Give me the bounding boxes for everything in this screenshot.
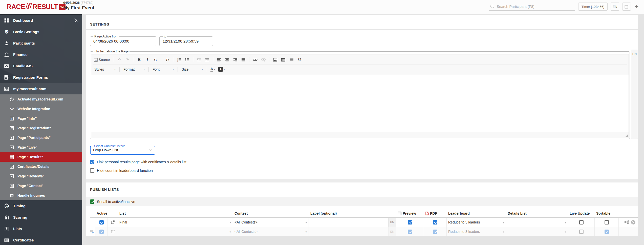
details-list-cell[interactable]: ▾: [506, 227, 568, 236]
add-event-button[interactable]: +: [634, 4, 639, 10]
sidebar-item-registration-forms[interactable]: Registration Forms: [0, 72, 82, 83]
set-all-checkbox[interactable]: [90, 199, 94, 204]
italic-button[interactable]: I: [144, 56, 151, 63]
bullet-list-icon[interactable]: [184, 56, 191, 63]
sidebar-item-page-info[interactable]: i Page "Info": [0, 114, 82, 123]
outdent-icon[interactable]: [196, 56, 203, 63]
live-update-checkbox[interactable]: [579, 220, 584, 224]
list-cell[interactable]: ▾: [118, 227, 233, 236]
page-active-to-field[interactable]: to 12/31/2100 23:59:59: [159, 35, 213, 46]
align-center-icon[interactable]: [224, 56, 231, 63]
unlink-icon[interactable]: [260, 56, 267, 63]
insert-image-icon[interactable]: [272, 56, 279, 63]
live-update-checkbox[interactable]: [579, 230, 584, 234]
format-dropdown[interactable]: Format ▾: [122, 66, 146, 73]
sidebar-item-certificates[interactable]: Certificates: [0, 234, 82, 245]
chevron-down-icon: ▾: [202, 68, 203, 71]
indent-icon[interactable]: [204, 56, 211, 63]
contest-cell[interactable]: <All Contests> ▾: [233, 227, 309, 236]
preview-checkbox[interactable]: [408, 230, 412, 234]
align-justify-icon[interactable]: [240, 56, 247, 63]
sortable-checkbox[interactable]: [605, 220, 609, 224]
insert-table-icon[interactable]: [280, 56, 287, 63]
source-button[interactable]: <> Source: [93, 56, 111, 63]
bold-button[interactable]: B: [136, 56, 143, 63]
page-active-to-value[interactable]: 12/31/2100 23:59:59: [163, 38, 210, 44]
special-char-icon[interactable]: Ω: [296, 56, 303, 63]
size-dropdown[interactable]: Size ▾: [180, 66, 204, 73]
redo-icon[interactable]: ↷: [124, 56, 131, 63]
participant-search[interactable]: [489, 3, 575, 11]
timer-button[interactable]: Timer [123456]: [578, 3, 608, 11]
list-cell[interactable]: Final ▾: [118, 218, 233, 227]
label-cell[interactable]: EN: [309, 218, 396, 227]
undo-icon[interactable]: ↶: [116, 56, 123, 63]
horizontal-rule-icon[interactable]: [288, 56, 295, 63]
sidebar-item-page-participants[interactable]: Page "Participants": [0, 133, 82, 142]
event-title: My First Event: [63, 5, 94, 11]
external-link-icon[interactable]: [111, 230, 115, 234]
contest-cell[interactable]: <All Contests> ▾: [233, 218, 309, 227]
link-icon[interactable]: [252, 56, 259, 63]
align-right-icon[interactable]: [232, 56, 239, 63]
external-link-icon[interactable]: [111, 220, 115, 224]
leaderboard-cell[interactable]: Reduce to 3 leaders ▾: [447, 227, 506, 236]
page-active-from-field[interactable]: Page Active from 04/08/2026 00:00:00: [90, 35, 156, 46]
editor-toolbar: <> Source ↶ ↷ B I S Tx: [91, 54, 629, 75]
select-contest-via-dropdown[interactable]: Select Contest/List via Drop Down List: [90, 144, 155, 155]
chevron-down-icon: ▾: [229, 220, 231, 224]
sidebar-item-activate-myraceresult[interactable]: Activate my.raceresult.com: [0, 94, 82, 104]
leaderboard-cell[interactable]: Reduce to 5 leaders ▾: [447, 218, 506, 227]
label-cell[interactable]: EN: [309, 227, 396, 236]
background-color-button[interactable]: A ▾: [217, 66, 226, 73]
pdf-checkbox[interactable]: [433, 220, 437, 224]
unpin-sidebar-icon[interactable]: [74, 18, 78, 23]
active-checkbox[interactable]: [99, 230, 104, 234]
align-left-icon[interactable]: [216, 56, 223, 63]
strikethrough-button[interactable]: S: [152, 56, 159, 63]
page-active-from-value[interactable]: 04/08/2026 00:00:00: [93, 38, 153, 44]
window-mode-button[interactable]: [622, 3, 631, 11]
sortable-checkbox[interactable]: [605, 230, 609, 234]
structure-icon[interactable]: [624, 220, 629, 224]
search-input[interactable]: [496, 4, 574, 9]
sidebar-item-scoring[interactable]: Scoring: [0, 212, 82, 223]
sidebar-item-page-reviews[interactable]: ★ Page "Reviews": [0, 171, 82, 181]
sidebar-item-lists[interactable]: Lists: [0, 223, 82, 234]
sidebar-item-handle-inquiries[interactable]: Handle Inquiries: [0, 191, 82, 200]
resize-grip[interactable]: [625, 134, 628, 137]
sidebar-item-certificates-details[interactable]: Certificates/Details: [0, 162, 82, 171]
sidebar-item-finance[interactable]: Finance: [0, 49, 82, 60]
sidebar-item-participants[interactable]: Participants: [0, 37, 82, 49]
sidebar-item-dashboard[interactable]: Dashboard: [0, 15, 82, 26]
sidebar-item-page-contact[interactable]: @ Page "Contact": [0, 181, 82, 191]
details-list-cell[interactable]: ▾: [506, 218, 568, 227]
language-button[interactable]: EN: [611, 3, 619, 11]
text-color-button[interactable]: A ▾: [209, 66, 216, 73]
sidebar-item-my-raceresult[interactable]: my.raceresult.com: [0, 83, 82, 94]
raceresult-logo[interactable]: RACE RESULT 14: [7, 3, 66, 11]
editor-content-area[interactable]: [91, 75, 629, 132]
delete-row-icon[interactable]: [631, 220, 636, 225]
active-checkbox[interactable]: [99, 220, 104, 224]
font-dropdown[interactable]: Font ▾: [151, 66, 175, 73]
sidebar-item-timing[interactable]: 45 Timing: [0, 200, 82, 212]
hide-count-checkbox[interactable]: [90, 168, 94, 173]
chevron-down-icon: ▾: [503, 220, 504, 224]
sidebar-item-basic-settings[interactable]: ⚙ Basic Settings: [0, 26, 82, 37]
sidebar-item-page-results[interactable]: Page "Results": [0, 152, 82, 162]
label-input[interactable]: [309, 227, 388, 236]
styles-dropdown[interactable]: Styles ▾: [93, 66, 117, 73]
sidebar-item-page-registration[interactable]: Page "Registration": [0, 123, 82, 133]
link-personal-results-checkbox[interactable]: [90, 160, 94, 164]
remove-format-button[interactable]: Tx: [164, 56, 171, 63]
label-input[interactable]: [309, 218, 388, 227]
sidebar-item-page-live[interactable]: Page "Live": [0, 142, 82, 152]
preview-checkbox[interactable]: [408, 220, 412, 224]
pdf-checkbox[interactable]: [433, 230, 437, 234]
sidebar-item-website-integration[interactable]: </> Website Integration: [0, 104, 82, 114]
add-row-icon[interactable]: [90, 230, 94, 234]
numbered-list-icon[interactable]: 12: [176, 56, 183, 63]
editor-language-tab[interactable]: EN: [631, 50, 638, 139]
sidebar-item-email-sms[interactable]: Email/SMS: [0, 60, 82, 72]
